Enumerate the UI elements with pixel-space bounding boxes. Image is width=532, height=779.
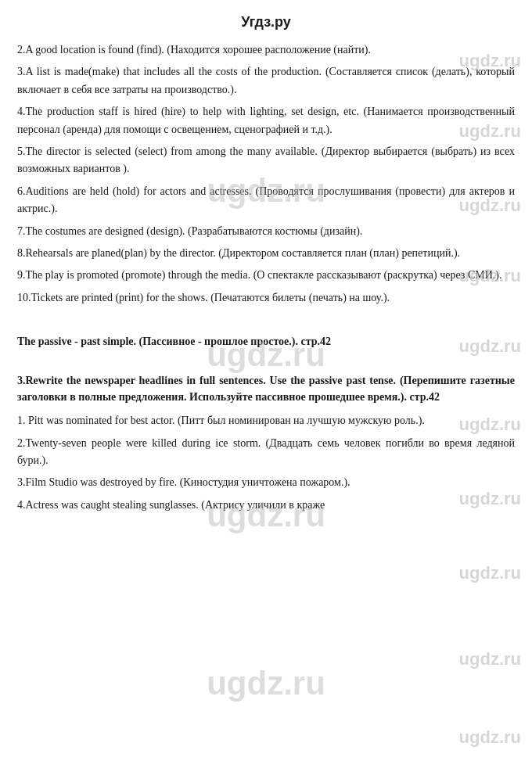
task3-item-3: 3.Film Studio was destroyed by fire. (Ки… bbox=[17, 474, 515, 491]
paragraph-8: 8.Rehearsals are planed(plan) by the dir… bbox=[17, 245, 515, 262]
watermark-10: ugdz.ru bbox=[459, 727, 521, 748]
center-watermark-4: ugdz.ru bbox=[207, 665, 325, 702]
task3-header: 3.Rewrite the newspaper headlines in ful… bbox=[17, 372, 515, 406]
paragraph-7: 7.The costumes are designed (design). (Р… bbox=[17, 223, 515, 240]
paragraph-3: 3.A list is made(make) that includes all… bbox=[17, 63, 515, 99]
watermark-8: ugdz.ru bbox=[459, 563, 521, 583]
task-divider bbox=[17, 358, 515, 364]
section-divider bbox=[17, 314, 515, 322]
site-title: Угдз.ру bbox=[17, 14, 515, 31]
paragraph-5: 5.The director is selected (select) from… bbox=[17, 143, 515, 178]
section-header: The passive - past simple. (Пассивное - … bbox=[17, 333, 515, 350]
task3-item-2: 2.Twenty-seven people were killed during… bbox=[17, 435, 515, 470]
task3-item-1: 1. Pitt was nominated for best actor. (П… bbox=[17, 412, 515, 429]
paragraph-10: 10.Tickets are printed (print) for the s… bbox=[17, 289, 515, 307]
watermark-9: ugdz.ru bbox=[459, 649, 521, 670]
content-block: 2.A good location is found (find). (Нахо… bbox=[17, 41, 515, 514]
paragraph-9: 9.The play is promoted (promote) through… bbox=[17, 267, 515, 284]
page-container: Угдз.ру 2.A good location is found (find… bbox=[0, 0, 532, 533]
paragraph-2: 2.A good location is found (find). (Нахо… bbox=[17, 41, 515, 59]
task3-item-4: 4.Actress was caught stealing sunglasses… bbox=[17, 497, 515, 514]
paragraph-4: 4.The production staff is hired (hire) t… bbox=[17, 103, 515, 138]
paragraph-6: 6.Auditions are held (hold) for actors a… bbox=[17, 183, 515, 218]
